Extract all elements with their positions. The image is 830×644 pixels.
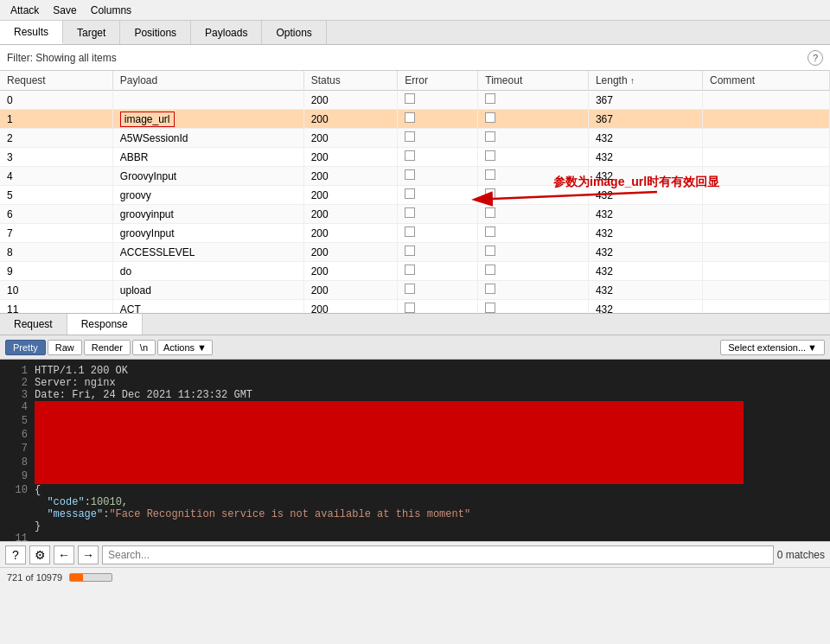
tab-target[interactable]: Target xyxy=(63,21,120,44)
response-line: "message":"Face Recognition service is n… xyxy=(7,508,823,520)
table-row[interactable]: 10upload200432 xyxy=(0,281,830,300)
filter-bar: Filter: Showing all items ? xyxy=(0,45,830,71)
response-line: 2Server: nginx xyxy=(7,377,823,389)
cell-timeout-checkbox xyxy=(485,188,495,199)
actions-label: Actions xyxy=(163,342,195,353)
sort-arrow: ↑ xyxy=(630,76,635,86)
response-line: 4 xyxy=(7,401,823,415)
back-btn[interactable]: ← xyxy=(54,545,74,564)
table-row[interactable]: 6groovyinput200432 xyxy=(0,205,830,224)
cell-status: 200 xyxy=(303,262,398,281)
cell-length: 432 xyxy=(588,262,702,281)
tab-results[interactable]: Results xyxy=(0,21,63,44)
cell-comment xyxy=(702,110,829,129)
cell-length: 432 xyxy=(588,129,702,148)
n-btn[interactable]: \n xyxy=(132,340,156,355)
menu-save[interactable]: Save xyxy=(46,3,83,18)
table-row[interactable]: 3ABBR200432 xyxy=(0,148,830,167)
menu-bar: Attack Save Columns xyxy=(0,0,830,21)
cell-request: 3 xyxy=(0,148,112,167)
col-comment[interactable]: Comment xyxy=(702,71,829,91)
col-request[interactable]: Request xyxy=(0,71,112,91)
cell-payload: upload xyxy=(112,281,303,300)
cell-request: 10 xyxy=(0,281,112,300)
response-line: 8 xyxy=(7,456,823,470)
actions-btn[interactable]: Actions ▼ xyxy=(157,340,213,355)
cell-status: 200 xyxy=(303,129,398,148)
cell-status: 200 xyxy=(303,186,398,205)
table-row[interactable]: 9do200432 xyxy=(0,262,830,281)
table-row[interactable]: 8ACCESSLEVEL200432 xyxy=(0,243,830,262)
cell-error-checkbox xyxy=(405,245,415,256)
response-line: 5 xyxy=(7,415,823,429)
tab-positions[interactable]: Positions xyxy=(120,21,191,44)
cell-status: 200 xyxy=(303,224,398,243)
cell-payload: groovyInput xyxy=(112,224,303,243)
response-content[interactable]: 1HTTP/1.1 200 OK2Server: nginx3Date: Fri… xyxy=(0,360,830,541)
cell-payload: ACT xyxy=(112,300,303,314)
cell-error-checkbox xyxy=(405,226,415,237)
results-table: Request Payload Status Error Timeout Len… xyxy=(0,71,830,313)
cell-payload: groovyinput xyxy=(112,205,303,224)
bottom-bar: ? ⚙ ← → 0 matches xyxy=(0,541,830,567)
table-row[interactable]: 11ACT200432 xyxy=(0,300,830,314)
search-input[interactable] xyxy=(102,545,774,564)
cell-comment xyxy=(702,300,829,314)
table-row[interactable]: 4GroovyInput200432 xyxy=(0,167,830,186)
cell-request: 8 xyxy=(0,243,112,262)
cell-payload: image_url xyxy=(112,110,303,129)
cell-length: 367 xyxy=(588,110,702,129)
cell-timeout-checkbox xyxy=(485,207,495,218)
cell-status: 200 xyxy=(303,91,398,110)
cell-request: 0 xyxy=(0,91,112,110)
cell-error-checkbox xyxy=(405,93,415,104)
help-circle-btn[interactable]: ? xyxy=(5,545,26,564)
help-icon[interactable]: ? xyxy=(808,50,823,66)
cell-error-checkbox xyxy=(405,150,415,161)
cell-comment xyxy=(702,167,829,186)
menu-attack[interactable]: Attack xyxy=(3,3,46,18)
cell-request: 6 xyxy=(0,205,112,224)
matches-text: 0 matches xyxy=(777,549,825,561)
menu-columns[interactable]: Columns xyxy=(84,3,138,18)
tab-response[interactable]: Response xyxy=(67,314,143,335)
render-btn[interactable]: Render xyxy=(84,340,131,355)
col-error[interactable]: Error xyxy=(398,71,478,91)
cell-length: 432 xyxy=(588,300,702,314)
cell-comment xyxy=(702,186,829,205)
table-row[interactable]: 1image_url200367 xyxy=(0,110,830,129)
results-table-wrapper[interactable]: Request Payload Status Error Timeout Len… xyxy=(0,71,830,313)
table-row[interactable]: 2A5WSessionId200432 xyxy=(0,129,830,148)
settings-btn[interactable]: ⚙ xyxy=(29,545,50,564)
table-row[interactable]: 7groovyInput200432 xyxy=(0,224,830,243)
response-line: 1HTTP/1.1 200 OK xyxy=(7,365,823,377)
cell-request: 4 xyxy=(0,167,112,186)
select-ext-label: Select extension... xyxy=(728,342,806,353)
cell-payload: ACCESSLEVEL xyxy=(112,243,303,262)
col-payload[interactable]: Payload xyxy=(112,71,303,91)
cell-error-checkbox xyxy=(405,284,415,294)
col-length[interactable]: Length ↑ xyxy=(588,71,702,91)
select-ext-arrow: ▼ xyxy=(808,342,817,353)
tab-payloads[interactable]: Payloads xyxy=(191,21,262,44)
cell-comment xyxy=(702,224,829,243)
tab-request[interactable]: Request xyxy=(0,314,67,335)
cell-length: 432 xyxy=(588,148,702,167)
cell-length: 432 xyxy=(588,186,702,205)
col-timeout[interactable]: Timeout xyxy=(478,71,589,91)
select-extension-btn[interactable]: Select extension... ▼ xyxy=(720,340,825,355)
raw-btn[interactable]: Raw xyxy=(48,340,82,355)
forward-btn[interactable]: → xyxy=(78,545,99,564)
table-row[interactable]: 0200367 xyxy=(0,91,830,110)
pretty-btn[interactable]: Pretty xyxy=(5,340,46,355)
col-status[interactable]: Status xyxy=(303,71,398,91)
cell-request: 1 xyxy=(0,110,112,129)
cell-payload: do xyxy=(112,262,303,281)
cell-payload: ABBR xyxy=(112,148,303,167)
tab-options[interactable]: Options xyxy=(262,21,326,44)
cell-comment xyxy=(702,148,829,167)
cell-payload: groovy xyxy=(112,186,303,205)
cell-timeout-checkbox xyxy=(485,131,495,142)
table-row[interactable]: 5groovy200432 xyxy=(0,186,830,205)
cell-comment xyxy=(702,243,829,262)
